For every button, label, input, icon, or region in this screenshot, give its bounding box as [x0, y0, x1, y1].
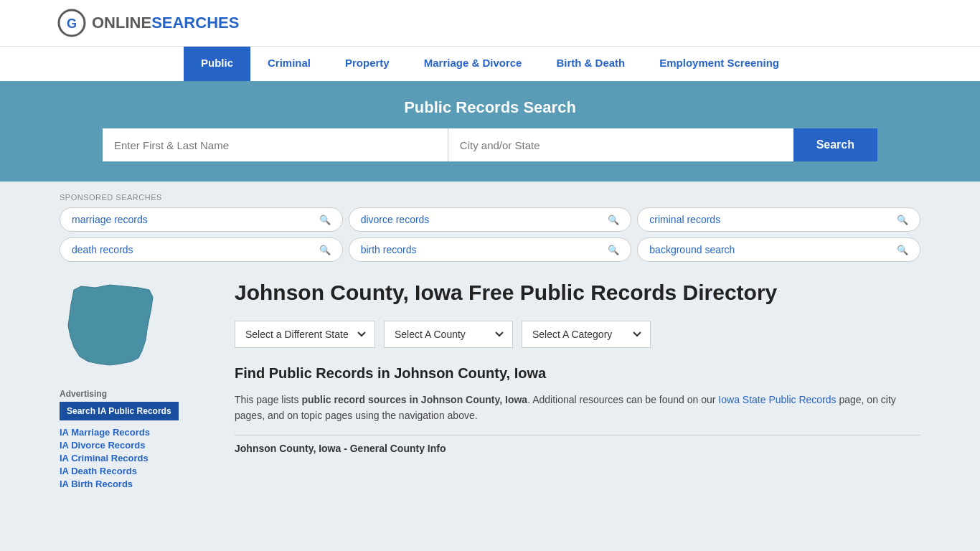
nav-item-criminal[interactable]: Criminal: [250, 47, 328, 81]
search-icon: 🔍: [897, 245, 908, 255]
nav-item-birth-death[interactable]: Birth & Death: [539, 47, 642, 81]
county-dropdown[interactable]: Select A County: [384, 321, 513, 348]
description-text: This page lists public record sources in…: [235, 392, 920, 424]
logo-icon: G: [57, 9, 86, 37]
search-icon: 🔍: [897, 215, 908, 225]
general-info-bar: Johnson County, Iowa - General County In…: [235, 435, 920, 454]
nav-item-employment[interactable]: Employment Screening: [642, 47, 796, 81]
find-heading: Find Public Records in Johnson County, I…: [235, 365, 920, 382]
sidebar-link-criminal[interactable]: IA Criminal Records: [60, 452, 217, 463]
sponsored-label: SPONSORED SEARCHES: [60, 193, 920, 202]
logo-online: ONLINE: [92, 14, 151, 32]
search-icon: 🔍: [319, 245, 331, 255]
main-content: Johnson County, Iowa Free Public Records…: [235, 279, 920, 491]
sidebar-link-birth[interactable]: IA Birth Records: [60, 478, 217, 489]
sponsored-pill-birth[interactable]: birth records 🔍: [349, 237, 632, 262]
general-info-text: Johnson County, Iowa - General County In…: [235, 443, 446, 454]
sponsored-pill-death[interactable]: death records 🔍: [60, 237, 343, 262]
nav-item-property[interactable]: Property: [328, 47, 407, 81]
nav-item-marriage-divorce[interactable]: Marriage & Divorce: [407, 47, 540, 81]
search-icon: 🔍: [319, 215, 331, 225]
sponsored-pill-death-text: death records: [72, 244, 133, 255]
sponsored-grid: marriage records 🔍 divorce records 🔍 cri…: [60, 207, 920, 262]
main-nav: Public Criminal Property Marriage & Divo…: [0, 46, 980, 81]
hero-title: Public Records Search: [57, 98, 923, 117]
sponsored-section: SPONSORED SEARCHES marriage records 🔍 di…: [60, 193, 920, 262]
content-wrapper: SPONSORED SEARCHES marriage records 🔍 di…: [45, 182, 935, 502]
sidebar-link-marriage[interactable]: IA Marriage Records: [60, 426, 217, 438]
header: G ONLINE SEARCHES: [0, 0, 980, 46]
logo[interactable]: G ONLINE SEARCHES: [57, 9, 239, 37]
advertising-label: Advertising: [60, 389, 217, 399]
main-layout: Advertising Search IA Public Records IA …: [60, 279, 920, 491]
name-input[interactable]: [103, 128, 448, 161]
search-icon: 🔍: [608, 215, 619, 225]
category-dropdown[interactable]: Select A Category: [522, 321, 651, 348]
logo-searches: SEARCHES: [151, 14, 239, 32]
page-title: Johnson County, Iowa Free Public Records…: [235, 279, 920, 306]
sidebar-links: IA Marriage Records IA Divorce Records I…: [60, 426, 217, 489]
sidebar-link-divorce[interactable]: IA Divorce Records: [60, 439, 217, 451]
desc-bold: public record sources in Johnson County,…: [301, 394, 527, 405]
search-bar: Search: [103, 128, 877, 161]
desc-mid: . Additional resources can be found on o…: [527, 394, 718, 405]
logo-text: ONLINE SEARCHES: [92, 14, 239, 32]
svg-text:G: G: [67, 17, 77, 31]
sponsored-pill-background-text: background search: [649, 244, 735, 255]
iowa-records-link[interactable]: Iowa State Public Records: [718, 394, 836, 405]
sidebar-link-death[interactable]: IA Death Records: [60, 465, 217, 476]
sponsored-pill-marriage-text: marriage records: [72, 214, 148, 225]
dropdowns-row: Select a Different State Select A County…: [235, 321, 920, 348]
main-area: SPONSORED SEARCHES marriage records 🔍 di…: [60, 193, 920, 491]
search-button[interactable]: Search: [793, 128, 877, 161]
sponsored-pill-divorce[interactable]: divorce records 🔍: [349, 207, 632, 232]
sponsored-pill-criminal-text: criminal records: [649, 214, 720, 225]
hero-section: Public Records Search Search: [0, 81, 980, 182]
state-dropdown[interactable]: Select a Different State: [235, 321, 375, 348]
search-icon: 🔍: [608, 245, 619, 255]
sponsored-pill-divorce-text: divorce records: [361, 214, 430, 225]
desc-start: This page lists: [235, 394, 301, 405]
location-input[interactable]: [448, 128, 793, 161]
sidebar-cta[interactable]: Search IA Public Records: [60, 402, 179, 420]
sponsored-pill-marriage[interactable]: marriage records 🔍: [60, 207, 343, 232]
sponsored-pill-criminal[interactable]: criminal records 🔍: [637, 207, 920, 232]
state-map: [60, 279, 217, 375]
sponsored-pill-birth-text: birth records: [361, 244, 417, 255]
sponsored-pill-background[interactable]: background search 🔍: [637, 237, 920, 262]
sidebar: Advertising Search IA Public Records IA …: [60, 279, 217, 491]
iowa-map-svg: [60, 279, 160, 372]
nav-item-public[interactable]: Public: [184, 47, 250, 81]
